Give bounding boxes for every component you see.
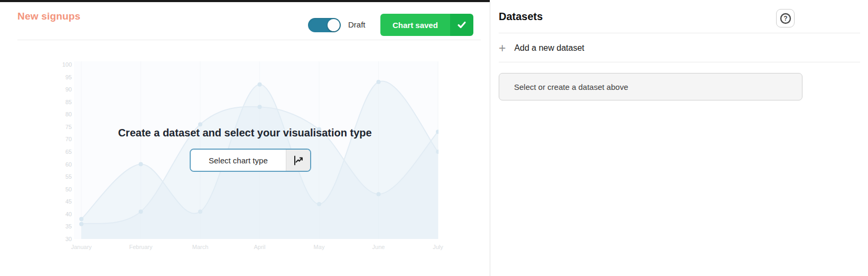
y-tick-label: 85 bbox=[53, 99, 72, 105]
x-tick-label: April bbox=[236, 244, 284, 250]
placeholder-dot bbox=[377, 192, 381, 196]
check-icon bbox=[450, 14, 473, 36]
panel-divider-bottom bbox=[499, 62, 860, 62]
y-tick-label: 50 bbox=[53, 186, 72, 192]
x-tick-label: May bbox=[295, 244, 343, 250]
question-mark-icon: ? bbox=[779, 12, 792, 25]
x-tick-label: July bbox=[414, 244, 462, 250]
svg-text:?: ? bbox=[783, 15, 787, 22]
dataset-placeholder-box: Select or create a dataset above bbox=[499, 73, 802, 100]
toggle-knob bbox=[328, 19, 340, 31]
x-tick-label: February bbox=[117, 244, 165, 250]
y-tick-label: 55 bbox=[53, 173, 72, 180]
x-tick-label: March bbox=[176, 244, 224, 250]
y-tick-label: 90 bbox=[53, 86, 72, 93]
placeholder-dot bbox=[139, 209, 143, 214]
dataset-placeholder-text: Select or create a dataset above bbox=[514, 82, 628, 91]
empty-state-title: Create a dataset and select your visuali… bbox=[0, 127, 490, 139]
x-tick-label: June bbox=[355, 244, 403, 250]
y-tick-label: 100 bbox=[53, 61, 72, 68]
x-tick-label: January bbox=[58, 244, 105, 250]
placeholder-chart: 1009590858075706560555045403530 JanuaryF… bbox=[0, 2, 490, 276]
select-chart-type-button[interactable]: Select chart type bbox=[190, 149, 311, 172]
draft-label: Draft bbox=[348, 20, 366, 29]
y-tick-label: 35 bbox=[53, 223, 72, 229]
add-dataset-label: Add a new dataset bbox=[514, 43, 584, 53]
datasets-panel: Datasets ? + Add a new dataset Select or… bbox=[490, 0, 868, 276]
chart-title: New signups bbox=[17, 11, 80, 22]
chart-saved-button[interactable]: Chart saved bbox=[380, 14, 473, 36]
plus-icon: + bbox=[499, 42, 506, 54]
draft-toggle[interactable] bbox=[308, 18, 341, 32]
placeholder-dot bbox=[139, 162, 143, 167]
y-tick-label: 60 bbox=[53, 161, 72, 168]
placeholder-dot bbox=[79, 217, 83, 221]
datasets-panel-title: Datasets bbox=[499, 11, 543, 23]
add-dataset-button[interactable]: + Add a new dataset bbox=[499, 40, 584, 56]
y-tick-label: 80 bbox=[53, 111, 72, 117]
y-tick-label: 30 bbox=[53, 236, 72, 242]
placeholder-dot bbox=[198, 122, 202, 126]
placeholder-dot bbox=[198, 209, 202, 214]
panel-divider-top bbox=[499, 33, 860, 33]
placeholder-dot bbox=[79, 222, 83, 226]
chart-saved-label: Chart saved bbox=[380, 14, 450, 36]
chart-editor-area: 1009590858075706560555045403530 JanuaryF… bbox=[0, 2, 490, 276]
y-tick-label: 45 bbox=[53, 198, 72, 205]
placeholder-dot bbox=[377, 80, 381, 84]
y-tick-label: 95 bbox=[53, 74, 72, 80]
help-button[interactable]: ? bbox=[776, 9, 795, 27]
header-divider bbox=[17, 40, 481, 40]
placeholder-dot bbox=[258, 105, 262, 109]
placeholder-dot bbox=[436, 150, 438, 154]
select-chart-type-label: Select chart type bbox=[191, 150, 286, 171]
placeholder-dot bbox=[258, 82, 262, 87]
y-tick-label: 40 bbox=[53, 211, 72, 217]
placeholder-dot bbox=[317, 202, 321, 206]
y-tick-label: 65 bbox=[53, 149, 72, 155]
line-chart-icon bbox=[286, 150, 310, 171]
